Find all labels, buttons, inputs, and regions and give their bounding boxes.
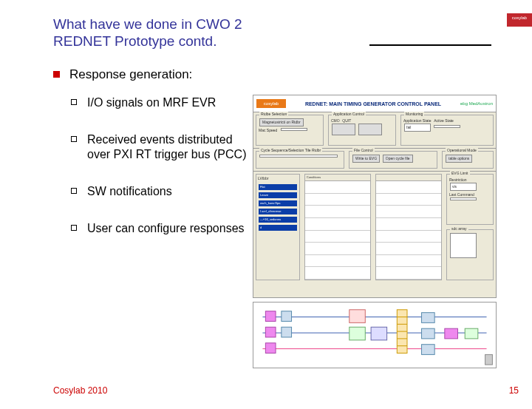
svg-rect-6 <box>265 343 276 354</box>
hollow-square-icon <box>71 225 77 231</box>
group-label: Cycle Sequence/Selection Tile Rtdbr <box>259 148 322 152</box>
grid-conditions: Conditions <box>304 174 371 280</box>
bullet-text: Received events distributed over PXI RT … <box>87 133 246 160</box>
medaustron-brand: ebg MedAustron <box>460 101 493 106</box>
title-line-2: REDNET Prototype contd. <box>53 33 253 50</box>
group-label: Monitoring <box>404 112 424 116</box>
svg-rect-23 <box>485 354 493 365</box>
open-cycle-button[interactable]: Open cycle file <box>383 155 413 163</box>
title-line-1: What have we done in CWO 2 <box>53 16 253 33</box>
body-text: Response generation: I/O signals on MRF … <box>53 59 256 258</box>
table-row[interactable] <box>376 255 441 268</box>
block-diagram-screenshot <box>253 302 497 368</box>
group-evg-limit: EVG Limit Restriction vis Last Command <box>446 174 494 225</box>
mac-speed-field[interactable] <box>281 128 307 131</box>
table-row[interactable] <box>305 194 370 206</box>
bullet-text: I/O signals on MRF EVR <box>87 96 216 109</box>
slide-title: What have we done in CWO 2 REDNET Protot… <box>53 16 253 50</box>
last-cmd-field[interactable] <box>450 197 477 200</box>
app-state-field[interactable]: fail <box>404 124 431 132</box>
sdc-array-field[interactable] <box>450 233 477 258</box>
group-op-mode: Operational Mode table options <box>442 151 494 169</box>
svg-rect-4 <box>265 311 276 322</box>
svg-rect-11 <box>371 327 387 340</box>
svg-rect-22 <box>465 328 478 339</box>
header-underline <box>369 44 491 46</box>
square-bullet-icon <box>53 71 60 78</box>
panel-top-row: Rtdbe Selection Magnetostricti on Rtdbr … <box>253 112 496 149</box>
bullet-item: I/O signals on MRF EVR <box>53 95 256 110</box>
table-row[interactable] <box>305 231 370 243</box>
control-panel-screenshot: cosylab REDNET: MAIN TIMING GENERATOR CO… <box>253 95 497 298</box>
svg-rect-21 <box>445 328 458 339</box>
cosylab-tab-logo: cosylab <box>507 13 532 27</box>
group-label: sdc array <box>450 226 468 231</box>
op-mode-field[interactable]: table options <box>446 155 472 163</box>
table-row[interactable] <box>305 181 370 194</box>
cycle-seq-field[interactable] <box>259 155 338 158</box>
group-app-control: Application Control CMO QUIT <box>328 115 396 146</box>
panel-mid-row: Cycle Sequence/Selection Tile Rtdbr File… <box>253 149 496 172</box>
table-row[interactable] <box>376 267 441 280</box>
heading-text: Response generation: <box>69 67 192 81</box>
bullet-item: User can configure responses <box>53 221 256 236</box>
table-row[interactable] <box>376 194 441 206</box>
table-row[interactable] <box>305 218 370 231</box>
write-evg-button[interactable]: Write to EVG <box>352 155 380 163</box>
table-row[interactable] <box>305 267 370 280</box>
group-file-control: File Control Write to EVG Open cycle fil… <box>349 151 437 169</box>
list-item[interactable]: wa:h_kans:Spa <box>259 200 297 206</box>
bullet-item: Received events distributed over PXI RT … <box>53 132 256 162</box>
col-header: Conditions <box>305 175 370 181</box>
svg-rect-19 <box>422 328 435 339</box>
quit-button[interactable] <box>358 124 382 135</box>
cmo-button[interactable] <box>332 124 355 135</box>
svg-rect-10 <box>349 327 366 340</box>
table-row[interactable] <box>376 243 441 255</box>
cosylab-logo-icon: cosylab <box>256 99 286 108</box>
last-cmd-label: Last Command <box>449 192 474 197</box>
svg-rect-8 <box>282 327 292 337</box>
bullet-level1: Response generation: <box>53 67 256 82</box>
table-row[interactable] <box>305 255 370 268</box>
bullet-text: User can configure responses <box>87 222 245 234</box>
list-item[interactable]: Leave <box>259 192 297 198</box>
group-label: EVG Limit <box>450 171 470 175</box>
table-row[interactable] <box>376 181 441 194</box>
cycle-list: LVtbbr Flat Leave wa:h_kans:Spa I arr:l_… <box>256 174 300 280</box>
mac-speed-label: Mac Speed <box>259 128 277 132</box>
hollow-square-icon <box>71 99 77 105</box>
group-cycle: Cycle Sequence/Selection Tile Rtdbr <box>256 151 344 169</box>
list-item[interactable]: —»16_sedanea <box>259 217 297 223</box>
group-monitoring: Monitoring Application State Active Stat… <box>400 115 494 146</box>
group-label: Operational Mode <box>446 148 478 152</box>
panel-title: REDNET: MAIN TIMING GENERATOR CONTROL PA… <box>289 101 457 107</box>
restriction-label: Restriction <box>449 178 467 182</box>
table-row[interactable] <box>305 206 370 218</box>
bullet-text: SW notifications <box>87 185 172 197</box>
hollow-square-icon <box>71 136 77 142</box>
slide: cosylab What have we done in CWO 2 REDNE… <box>0 0 532 409</box>
active-state-field[interactable] <box>434 125 460 128</box>
restriction-field[interactable]: vis <box>450 183 477 191</box>
svg-rect-20 <box>422 345 435 355</box>
svg-rect-9 <box>349 310 366 323</box>
rtdb-button[interactable]: Magnetostricti on Rtdbr <box>259 118 304 126</box>
app-state-label: Application State <box>403 118 432 123</box>
table-row[interactable] <box>376 231 441 243</box>
svg-rect-5 <box>265 327 276 337</box>
active-state-label: Active State <box>434 118 454 123</box>
list-item[interactable]: d <box>259 225 297 231</box>
grid-col-2 <box>375 174 442 280</box>
group-sdc-array: sdc array <box>446 229 494 280</box>
table-row[interactable] <box>376 218 441 231</box>
table-row[interactable] <box>305 243 370 255</box>
list-item[interactable]: I arr:l_cfeecmse <box>259 209 297 214</box>
labview-diagram-icon <box>253 302 496 368</box>
group-label: Rtdbe Selection <box>259 112 288 116</box>
hollow-square-icon <box>71 188 77 194</box>
list-item[interactable]: Flat <box>259 184 297 190</box>
table-row[interactable] <box>376 206 441 218</box>
cmo-label: CMO <box>331 118 340 123</box>
right-side-groups: EVG Limit Restriction vis Last Command s… <box>444 172 496 283</box>
